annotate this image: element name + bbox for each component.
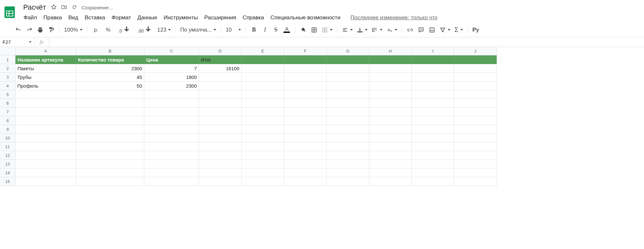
cell-B7[interactable] xyxy=(76,108,144,116)
menu-format[interactable]: Формат xyxy=(109,13,134,23)
cell-B3[interactable]: 45 xyxy=(76,73,144,81)
cell-B1[interactable]: Количество товара xyxy=(76,55,144,64)
cell-I2[interactable] xyxy=(412,64,454,73)
cell-F8[interactable] xyxy=(284,116,327,125)
cell-C4[interactable]: 2300 xyxy=(144,81,199,90)
cell-J2[interactable] xyxy=(454,64,497,73)
cell-F9[interactable] xyxy=(284,125,327,134)
cell-A13[interactable] xyxy=(15,160,76,168)
cell-H12[interactable] xyxy=(369,151,412,160)
cell-H4[interactable] xyxy=(369,81,412,90)
cell-I4[interactable] xyxy=(412,81,454,90)
cell-F10[interactable] xyxy=(284,134,327,142)
cell-G14[interactable] xyxy=(327,168,369,177)
more-formats-dropdown[interactable]: 123 xyxy=(156,25,172,35)
cell-B13[interactable] xyxy=(76,160,144,168)
cell-G2[interactable] xyxy=(327,64,369,73)
cell-G12[interactable] xyxy=(327,151,369,160)
spreadsheet-grid[interactable]: ABCDEFGHIJ 1Название артикулаКоличество … xyxy=(0,47,644,186)
cell-H15[interactable] xyxy=(369,177,412,186)
cell-H6[interactable] xyxy=(369,99,412,108)
cell-J15[interactable] xyxy=(454,177,497,186)
cell-A14[interactable] xyxy=(15,168,76,177)
cell-C10[interactable] xyxy=(144,134,199,142)
row-header-6[interactable]: 6 xyxy=(0,99,15,108)
row-header-8[interactable]: 8 xyxy=(0,116,15,125)
menu-accessibility[interactable]: Специальные возможности xyxy=(268,13,343,23)
cell-G6[interactable] xyxy=(327,99,369,108)
cell-C11[interactable] xyxy=(144,142,199,151)
redo-button[interactable] xyxy=(24,25,34,35)
format-percent-button[interactable]: % xyxy=(103,25,114,35)
cell-D4[interactable] xyxy=(199,81,242,90)
cell-A8[interactable] xyxy=(15,116,76,125)
cell-H2[interactable] xyxy=(369,64,412,73)
cell-E1[interactable] xyxy=(242,55,284,64)
row-header-15[interactable]: 15 xyxy=(0,177,15,186)
cell-A3[interactable]: Трубы xyxy=(15,73,76,81)
cell-D12[interactable] xyxy=(199,151,242,160)
cell-I11[interactable] xyxy=(412,142,454,151)
print-button[interactable] xyxy=(35,25,45,35)
row-header-7[interactable]: 7 xyxy=(0,108,15,116)
cell-J1[interactable] xyxy=(454,55,497,64)
cell-F15[interactable] xyxy=(284,177,327,186)
cell-D10[interactable] xyxy=(199,134,242,142)
insert-chart-button[interactable] xyxy=(427,25,437,35)
cell-A7[interactable] xyxy=(15,108,76,116)
cell-C15[interactable] xyxy=(144,177,199,186)
cell-D11[interactable] xyxy=(199,142,242,151)
cell-J8[interactable] xyxy=(454,116,497,125)
column-header-D[interactable]: D xyxy=(199,47,242,55)
cell-E15[interactable] xyxy=(242,177,284,186)
cell-B14[interactable] xyxy=(76,168,144,177)
column-header-J[interactable]: J xyxy=(454,47,497,55)
cell-I12[interactable] xyxy=(412,151,454,160)
cell-I10[interactable] xyxy=(412,134,454,142)
cell-E4[interactable] xyxy=(242,81,284,90)
cell-C6[interactable] xyxy=(144,99,199,108)
cell-G13[interactable] xyxy=(327,160,369,168)
cell-A12[interactable] xyxy=(15,151,76,160)
cell-C13[interactable] xyxy=(144,160,199,168)
cell-F5[interactable] xyxy=(284,90,327,99)
cell-I5[interactable] xyxy=(412,90,454,99)
column-header-B[interactable]: B xyxy=(76,47,144,55)
row-header-14[interactable]: 14 xyxy=(0,168,15,177)
cell-J4[interactable] xyxy=(454,81,497,90)
cell-C7[interactable] xyxy=(144,108,199,116)
cell-D1[interactable]: Итог xyxy=(199,55,242,64)
cell-I6[interactable] xyxy=(412,99,454,108)
font-size-dropdown[interactable]: 10 xyxy=(224,25,242,35)
cell-I14[interactable] xyxy=(412,168,454,177)
cell-D14[interactable] xyxy=(199,168,242,177)
column-header-E[interactable]: E xyxy=(242,47,284,55)
text-wrap-dropdown[interactable] xyxy=(370,25,384,35)
functions-dropdown[interactable]: Σ xyxy=(453,25,464,35)
cell-H8[interactable] xyxy=(369,116,412,125)
cell-E9[interactable] xyxy=(242,125,284,134)
cell-H11[interactable] xyxy=(369,142,412,151)
cell-B4[interactable]: 50 xyxy=(76,81,144,90)
cell-I3[interactable] xyxy=(412,73,454,81)
cell-I15[interactable] xyxy=(412,177,454,186)
insert-comment-button[interactable] xyxy=(416,25,426,35)
cell-D15[interactable] xyxy=(199,177,242,186)
cell-B11[interactable] xyxy=(76,142,144,151)
cell-F6[interactable] xyxy=(284,99,327,108)
cell-E11[interactable] xyxy=(242,142,284,151)
cell-H14[interactable] xyxy=(369,168,412,177)
cell-A15[interactable] xyxy=(15,177,76,186)
cell-J10[interactable] xyxy=(454,134,497,142)
cell-J14[interactable] xyxy=(454,168,497,177)
cell-J11[interactable] xyxy=(454,142,497,151)
vertical-align-dropdown[interactable] xyxy=(355,25,369,35)
cell-E8[interactable] xyxy=(242,116,284,125)
star-icon[interactable] xyxy=(51,4,57,11)
cell-H9[interactable] xyxy=(369,125,412,134)
menu-edit[interactable]: Правка xyxy=(41,13,65,23)
cell-A9[interactable] xyxy=(15,125,76,134)
cell-G8[interactable] xyxy=(327,116,369,125)
row-header-3[interactable]: 3 xyxy=(0,73,15,81)
cell-J12[interactable] xyxy=(454,151,497,160)
